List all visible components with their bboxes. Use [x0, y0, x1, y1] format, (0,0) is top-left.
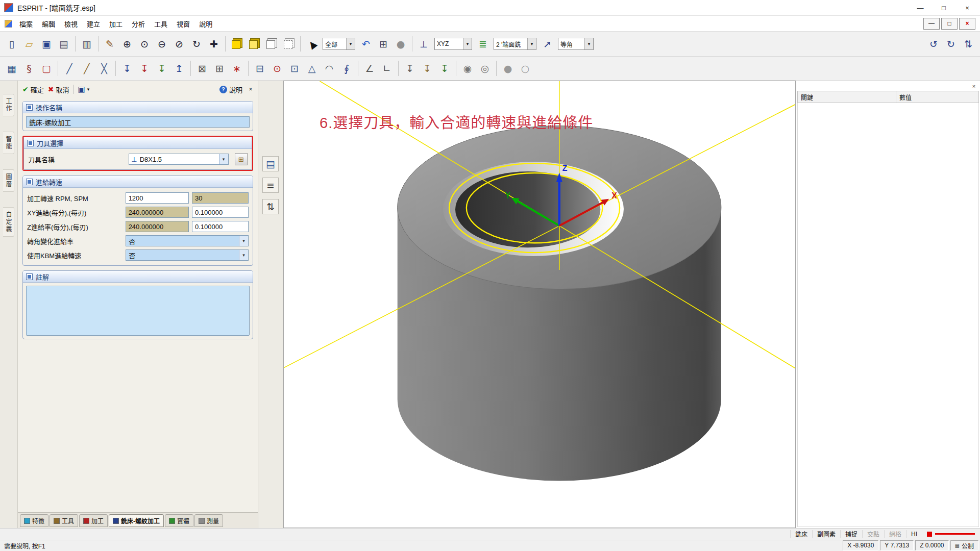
shaded-edges-cube-icon[interactable] [246, 35, 263, 53]
menu-create[interactable]: 建立 [82, 17, 105, 31]
xy-feed-per-tooth-input[interactable]: 0.100000 [192, 207, 249, 218]
close-button[interactable]: × [955, 0, 979, 15]
active-color-swatch[interactable] [927, 532, 932, 537]
face-milling-icon[interactable]: ▦ [3, 59, 20, 78]
measure-angle-icon[interactable]: ∠ [361, 59, 378, 78]
face-feature-icon[interactable]: ⊟ [251, 59, 268, 78]
copy-view-icon[interactable]: ⊞ [375, 35, 392, 53]
open-folder-icon[interactable]: ▱ [20, 35, 38, 53]
menu-machining[interactable]: 加工 [105, 17, 127, 31]
profile-feature-icon[interactable]: △ [303, 59, 321, 78]
zoom-out-icon[interactable]: ⊖ [153, 35, 170, 53]
child-close-button[interactable]: × [959, 18, 975, 30]
operation-list-icon[interactable]: ≡ [262, 178, 279, 193]
viewport[interactable]: Z Y X 6.選擇刀具，輸入合適的轉速與進給條件 [283, 81, 796, 528]
arc-feature-icon[interactable]: ◠ [321, 59, 338, 78]
pan-view-icon[interactable]: ✚ [205, 35, 223, 53]
drill-cycle-peck-icon[interactable]: ↧ [419, 59, 436, 78]
pattern-icon[interactable]: ⊠ [193, 59, 211, 78]
side-tab-custom[interactable]: 自定義 [3, 207, 14, 237]
side-tab-work[interactable]: 工作 [3, 94, 14, 116]
save-settings-button[interactable]: ▣ ▾ [78, 86, 90, 93]
drill-cycle-tap-icon[interactable]: ↧ [436, 59, 453, 78]
xy-feed-input[interactable]: 240.000000 [126, 207, 189, 218]
toggle-mill[interactable]: 銑床 [790, 530, 812, 538]
layers-icon[interactable]: ≣ [474, 35, 492, 53]
spm-input[interactable]: 30 [192, 192, 249, 204]
rotate-x-view-icon[interactable]: ↺ [925, 35, 942, 53]
menu-tools[interactable]: 工具 [150, 17, 172, 31]
shaded-cube-icon[interactable] [228, 35, 246, 53]
copy-operation-icon[interactable]: ⊞ [211, 59, 228, 78]
kbm-feed-select[interactable]: 否 ▾ [126, 249, 249, 261]
hidden-line-cube-icon[interactable] [280, 35, 298, 53]
menu-file[interactable]: 檔案 [15, 17, 37, 31]
chamfer-milling-icon[interactable]: ╱ [78, 59, 95, 78]
stock-solid-icon[interactable]: ● [499, 59, 517, 78]
toggle-snap[interactable]: 捕捉 [840, 530, 862, 538]
z-feed-input[interactable]: 240.000000 [126, 221, 189, 232]
menu-view[interactable]: 檢視 [60, 17, 82, 31]
hole-feature-icon[interactable]: ⊙ [268, 59, 286, 78]
thread-milling-icon[interactable]: § [20, 59, 38, 78]
side-tab-layers[interactable]: 圖層 [3, 169, 14, 192]
z-feed-per-tooth-input[interactable]: 0.100000 [192, 221, 249, 232]
trochoidal-milling-icon[interactable]: ╳ [95, 59, 113, 78]
menu-window[interactable]: 視窗 [172, 17, 194, 31]
tab-measure[interactable]: 測量 [194, 514, 223, 527]
child-restore-button[interactable]: □ [941, 18, 958, 30]
drill-cycle-simple-icon[interactable]: ↧ [401, 59, 419, 78]
key-column-header[interactable]: 關鍵 [797, 91, 896, 103]
collapse-icon[interactable] [26, 104, 33, 111]
cancel-button[interactable]: ✖ 取消 [48, 85, 69, 94]
measure-distance-icon[interactable]: ∟ [378, 59, 396, 78]
operation-name-input[interactable]: 銑床-螺紋加工 [26, 116, 250, 128]
key-value-body[interactable] [797, 103, 979, 527]
panel-close-icon[interactable]: × [247, 85, 255, 93]
menu-help[interactable]: 說明 [194, 17, 217, 31]
boring-icon[interactable]: ↥ [170, 59, 188, 78]
value-column-header[interactable]: 數值 [896, 91, 979, 103]
side-tab-smart[interactable]: 智能 [3, 132, 14, 154]
pocketing-icon[interactable]: ▢ [38, 59, 55, 78]
view-select[interactable]: 等角▾ [558, 38, 594, 50]
wireframe-cube-icon[interactable] [263, 35, 280, 53]
select-arrow-icon[interactable]: ▲ [303, 35, 321, 53]
print-icon[interactable]: ▤ [55, 35, 72, 53]
menu-edit[interactable]: 編輯 [37, 17, 60, 31]
tab-solids[interactable]: 實體 [165, 514, 193, 527]
reorder-arrows-icon[interactable]: ⇅ [262, 199, 279, 214]
ok-button[interactable]: ✔ 確定 [22, 85, 44, 94]
comment-textarea[interactable] [26, 286, 250, 336]
rpm-input[interactable]: 1200 [126, 192, 189, 204]
tab-operations[interactable]: 加工 [79, 514, 108, 527]
child-minimize-button[interactable]: — [923, 18, 940, 30]
collapse-icon[interactable] [26, 179, 33, 185]
collapse-icon[interactable] [27, 140, 34, 146]
contouring-icon[interactable]: ╱ [61, 59, 78, 78]
panel-close-icon[interactable]: × [970, 83, 978, 90]
plane-select[interactable]: XYZ▾ [434, 38, 472, 50]
pocket-feature-icon[interactable]: ⊡ [286, 59, 303, 78]
tab-features[interactable]: 特徵 [20, 514, 48, 527]
collapse-icon[interactable] [26, 273, 33, 280]
tool-name-select[interactable]: ⊥ D8X1.5 ▾ [129, 154, 228, 165]
spot-drilling-icon[interactable]: ↧ [118, 59, 136, 78]
toggle-grid[interactable]: 網格 [884, 530, 906, 538]
corner-feed-select[interactable]: 否 ▾ [126, 235, 249, 246]
work-plane-icon[interactable]: ⟂ [415, 35, 432, 53]
minimize-button[interactable]: — [909, 0, 932, 15]
help-button[interactable]: ? 說明 [219, 85, 242, 94]
view-orientation-icon[interactable]: ↗ [538, 35, 556, 53]
rotate-view-icon[interactable]: ↻ [188, 35, 205, 53]
menu-analysis[interactable]: 分析 [127, 17, 150, 31]
technology-database-icon[interactable]: ∗ [228, 59, 246, 78]
property-grid-icon[interactable]: ▤ [262, 156, 279, 171]
new-file-icon[interactable]: ▯ [3, 35, 20, 53]
drilling-icon[interactable]: ↧ [136, 59, 153, 78]
verify-icon[interactable]: ◎ [476, 59, 494, 78]
stop-icon[interactable]: ● [392, 35, 409, 53]
tab-tools[interactable]: 工具 [50, 514, 78, 527]
maximize-button[interactable]: □ [932, 0, 955, 15]
toggle-intersection[interactable]: 交點 [862, 530, 884, 538]
